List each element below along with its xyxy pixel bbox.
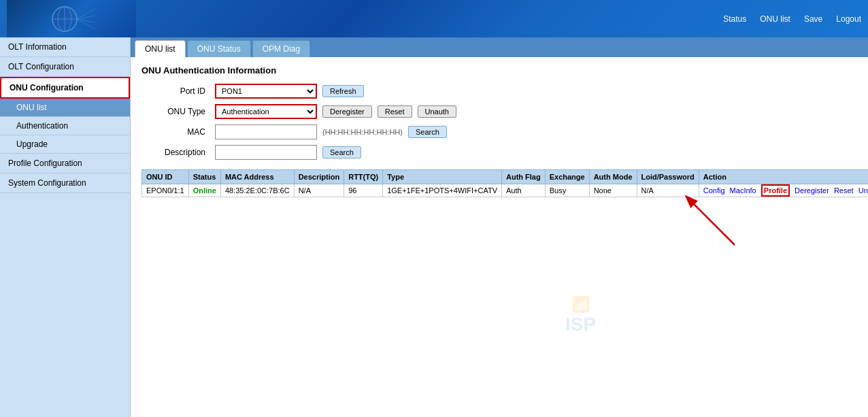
mac-hint: (HH:HH:HH:HH:HH:HH) [322,128,403,136]
top-nav: Status ONU list Save Logout [723,14,861,24]
cell-action: Config MacInfo Profile Deregister Reset … [699,184,868,197]
top-header: Status ONU list Save Logout [0,0,868,37]
action-reset[interactable]: Reset [834,186,854,195]
mac-row: MAC (HH:HH:HH:HH:HH:HH) Search [141,124,857,139]
mac-label: MAC [141,127,210,137]
mac-search-button[interactable]: Search [408,126,447,138]
cell-exchange: Busy [545,184,589,197]
action-deregister[interactable]: Deregister [795,186,829,195]
description-label: Description [141,148,210,157]
content-area: ONU list ONU Status OPM Diag ONU Authent… [131,37,868,417]
action-profile[interactable]: Profile [761,184,790,197]
desc-search-button[interactable]: Search [322,146,361,159]
cell-onu-id: EPON0/1:1 [142,184,189,197]
logo-graphic [44,2,99,36]
table-container: ONU ID Status MAC Address Description RT… [141,169,857,197]
cell-rtt: 96 [344,184,383,197]
main-layout: OLT Information OLT Configuration ONU Co… [0,37,868,417]
table-body: EPON0/1:1 Online 48:35:2E:0C:7B:6C N/A 9… [142,184,869,197]
table-row: EPON0/1:1 Online 48:35:2E:0C:7B:6C N/A 9… [142,184,869,197]
cell-mac-address: 48:35:2E:0C:7B:6C [220,184,294,197]
col-mac-address: MAC Address [220,170,294,184]
port-id-label: Port ID [141,86,210,96]
mac-input[interactable] [215,124,317,139]
action-config[interactable]: Config [703,186,725,195]
annotation-arrow [667,190,748,252]
col-action: Action [699,170,868,184]
nav-logout[interactable]: Logout [836,14,861,24]
col-auth-mode: Auth Mode [589,170,637,184]
action-unauth[interactable]: Unauth [858,186,868,195]
tab-bar: ONU list ONU Status OPM Diag [131,37,868,57]
page-content: ONU Authentication Information Port ID P… [131,57,868,205]
nav-save[interactable]: Save [804,14,822,24]
onu-type-row: ONU Type Authentication All Unauth Dereg… [141,104,857,119]
sidebar-item-olt-config[interactable]: OLT Configuration [0,57,130,77]
nav-onu-list[interactable]: ONU list [760,14,790,24]
port-id-select[interactable]: PON1 PON2 PON3 PON4 [215,84,317,99]
tab-onu-status[interactable]: ONU Status [187,40,251,57]
refresh-button[interactable]: Refresh [322,85,364,97]
cell-auth-flag: Auth [501,184,545,197]
unauth-button[interactable]: Unauth [418,105,456,118]
description-input[interactable] [215,145,317,160]
onu-type-label: ONU Type [141,107,210,116]
col-rtt: RTT(TQ) [344,170,383,184]
cell-loid-password: N/A [637,184,699,197]
logo [7,0,136,37]
col-description: Description [294,170,344,184]
action-macinfo[interactable]: MacInfo [730,186,756,195]
sidebar-item-onu-config[interactable]: ONU Configuration [0,77,130,99]
cell-auth-mode: None [589,184,637,197]
nav-status[interactable]: Status [723,14,746,24]
port-id-row: Port ID PON1 PON2 PON3 PON4 Refresh [141,84,857,99]
deregister-button[interactable]: Deregister [322,105,372,118]
sidebar-item-upgrade[interactable]: Upgrade [0,135,130,154]
onu-table: ONU ID Status MAC Address Description RT… [141,169,868,197]
sidebar-item-olt-info[interactable]: OLT Information [0,37,130,57]
tab-onu-list[interactable]: ONU list [135,40,186,57]
col-exchange: Exchange [545,170,589,184]
cell-type: 1GE+1FE+1POTS+4WIFI+CATV [383,184,502,197]
sidebar-item-profile-config[interactable]: Profile Configuration [0,154,130,173]
sidebar: OLT Information OLT Configuration ONU Co… [0,37,131,417]
tab-opm-diag[interactable]: OPM Diag [252,40,310,57]
col-status: Status [188,170,220,184]
table-header: ONU ID Status MAC Address Description RT… [142,170,869,184]
col-loid-password: Loid/Password [637,170,699,184]
col-onu-id: ONU ID [142,170,189,184]
onu-type-select[interactable]: Authentication All Unauth [215,104,317,119]
svg-point-4 [52,7,77,31]
cell-status: Online [188,184,220,197]
col-type: Type [383,170,502,184]
cell-description: N/A [294,184,344,197]
page-title: ONU Authentication Information [141,65,857,76]
col-auth-flag: Auth Flag [501,170,545,184]
reset-button[interactable]: Reset [378,105,412,118]
sidebar-item-authentication[interactable]: Authentication [0,117,130,135]
sidebar-item-onu-list[interactable]: ONU list [0,99,130,117]
description-row: Description Search [141,145,857,160]
svg-line-10 [687,197,735,245]
sidebar-item-system-config[interactable]: System Configuration [0,173,130,193]
